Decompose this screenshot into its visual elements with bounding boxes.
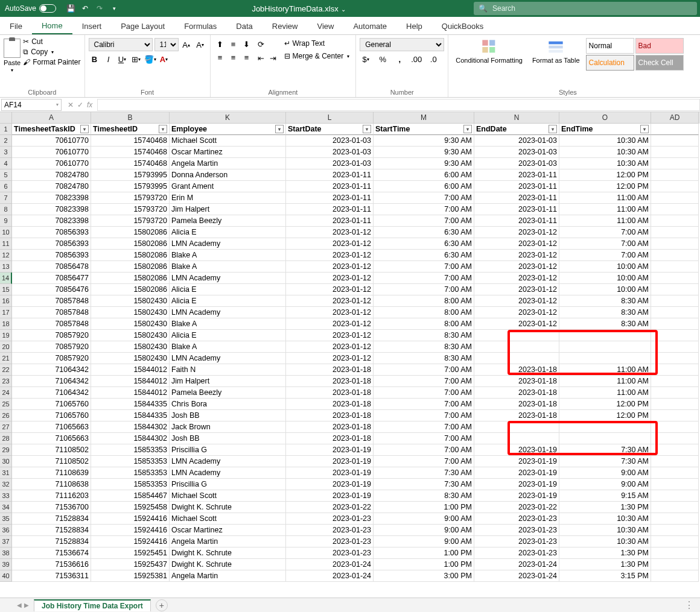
cell[interactable] bbox=[651, 227, 699, 238]
cell[interactable]: 2023-01-24 bbox=[474, 570, 559, 582]
cell[interactable]: 2023-01-24 bbox=[286, 559, 374, 570]
cell[interactable]: Erin M bbox=[170, 192, 286, 204]
cell[interactable]: 71536311 bbox=[12, 570, 91, 582]
tab-automate[interactable]: Automate bbox=[343, 17, 396, 34]
cell[interactable]: Blake A bbox=[170, 261, 286, 273]
cell[interactable]: 11:00 AM bbox=[559, 215, 651, 227]
cell[interactable] bbox=[474, 330, 559, 341]
align-top-icon[interactable]: ⬆ bbox=[214, 38, 226, 50]
cell[interactable]: LMN Academy bbox=[170, 353, 286, 364]
font-name-select[interactable]: Calibri bbox=[89, 38, 153, 51]
row-header[interactable]: 11 bbox=[0, 238, 12, 250]
cell[interactable] bbox=[651, 525, 699, 536]
cell[interactable]: 2023-01-19 bbox=[286, 444, 374, 456]
cell[interactable]: Oscar Martinez bbox=[170, 147, 286, 158]
cell[interactable]: 7:00 AM bbox=[374, 273, 474, 284]
cell[interactable]: 2023-01-12 bbox=[474, 295, 559, 307]
cell[interactable]: 2023-01-23 bbox=[286, 513, 374, 525]
cell[interactable]: 15844335 bbox=[91, 410, 170, 421]
cell[interactable]: 2023-01-24 bbox=[286, 570, 374, 582]
cell[interactable] bbox=[474, 421, 559, 433]
row-header[interactable]: 36 bbox=[0, 525, 12, 536]
row-header[interactable]: 16 bbox=[0, 295, 12, 307]
row-header[interactable]: 28 bbox=[0, 433, 12, 444]
cell[interactable]: 2023-01-23 bbox=[286, 547, 374, 559]
tab-page-layout[interactable]: Page Layout bbox=[111, 17, 174, 34]
decrease-decimal-icon[interactable]: .0 bbox=[427, 53, 439, 65]
cell[interactable]: Blake A bbox=[170, 341, 286, 353]
cell[interactable]: 9:00 AM bbox=[559, 467, 651, 479]
wrap-text-button[interactable]: ↵Wrap Text bbox=[282, 38, 352, 49]
cell[interactable]: 2023-01-03 bbox=[286, 158, 374, 169]
cell[interactable]: 71108638 bbox=[12, 479, 91, 490]
cell[interactable] bbox=[651, 456, 699, 467]
cell[interactable]: 15740468 bbox=[91, 147, 170, 158]
font-size-select[interactable]: 11 bbox=[154, 38, 179, 51]
col-header[interactable]: N bbox=[474, 112, 559, 124]
cell[interactable]: 10:00 AM bbox=[559, 273, 651, 284]
col-header[interactable]: AD bbox=[651, 112, 699, 124]
cell[interactable]: 15924416 bbox=[91, 513, 170, 525]
col-header[interactable]: K bbox=[170, 112, 286, 124]
cell[interactable]: Blake A bbox=[170, 318, 286, 330]
format-painter-button[interactable]: 🖌Format Painter bbox=[23, 58, 80, 66]
cell[interactable]: 2023-01-12 bbox=[286, 353, 374, 364]
borders-button[interactable]: ⊞▾ bbox=[130, 53, 142, 65]
cell[interactable]: Alicia E bbox=[170, 330, 286, 341]
cell[interactable]: 10:00 AM bbox=[559, 284, 651, 295]
cell[interactable] bbox=[651, 124, 699, 135]
col-header[interactable]: L bbox=[286, 112, 374, 124]
cell[interactable] bbox=[651, 376, 699, 387]
style-normal[interactable]: Normal bbox=[586, 38, 634, 54]
cell[interactable]: 70856393 bbox=[12, 238, 91, 250]
tab-view[interactable]: View bbox=[307, 17, 343, 34]
cell[interactable]: Oscar Martinez bbox=[170, 525, 286, 536]
cell[interactable]: 7:00 AM bbox=[374, 215, 474, 227]
row-header[interactable]: 23 bbox=[0, 376, 12, 387]
cell[interactable]: 12:00 PM bbox=[559, 399, 651, 410]
cell[interactable] bbox=[559, 353, 651, 364]
cell[interactable]: 2023-01-11 bbox=[286, 192, 374, 204]
font-color-button[interactable]: A▾ bbox=[158, 53, 170, 65]
col-header[interactable]: B bbox=[91, 112, 170, 124]
header-cell[interactable]: TimesheetID▾ bbox=[91, 124, 170, 135]
cell[interactable]: 2023-01-12 bbox=[474, 318, 559, 330]
cell[interactable]: 70823398 bbox=[12, 204, 91, 215]
row-header[interactable]: 1 bbox=[0, 124, 12, 135]
cell[interactable]: 15802430 bbox=[91, 330, 170, 341]
cell[interactable] bbox=[651, 410, 699, 421]
cell[interactable] bbox=[651, 479, 699, 490]
cell[interactable] bbox=[651, 330, 699, 341]
cell[interactable]: LMN Academy bbox=[170, 273, 286, 284]
cell[interactable]: 2023-01-23 bbox=[474, 547, 559, 559]
cell[interactable] bbox=[474, 341, 559, 353]
cell[interactable]: 15793720 bbox=[91, 215, 170, 227]
next-sheet-icon[interactable]: ▶ bbox=[24, 602, 29, 608]
copy-button[interactable]: ⧉Copy▾ bbox=[23, 48, 80, 56]
row-header[interactable]: 21 bbox=[0, 353, 12, 364]
cell[interactable]: 2023-01-19 bbox=[474, 490, 559, 502]
cell[interactable]: 2023-01-11 bbox=[474, 181, 559, 192]
cell[interactable]: 2023-01-11 bbox=[474, 204, 559, 215]
cell[interactable] bbox=[651, 181, 699, 192]
cell[interactable]: 15844302 bbox=[91, 433, 170, 444]
row-header[interactable]: 17 bbox=[0, 307, 12, 318]
search-input[interactable] bbox=[492, 4, 692, 13]
cell[interactable] bbox=[651, 513, 699, 525]
cell[interactable]: 15802086 bbox=[91, 261, 170, 273]
prev-sheet-icon[interactable]: ◀ bbox=[17, 602, 22, 608]
cell[interactable]: 2023-01-24 bbox=[474, 559, 559, 570]
cell[interactable]: 15854467 bbox=[91, 490, 170, 502]
cell[interactable]: Grant Ament bbox=[170, 181, 286, 192]
filename-display[interactable]: JobHistoryTimeData.xlsx⌄ bbox=[124, 4, 474, 13]
row-header[interactable]: 20 bbox=[0, 341, 12, 353]
cell[interactable]: 10:30 AM bbox=[559, 536, 651, 547]
increase-font-icon[interactable]: A▴ bbox=[180, 39, 192, 51]
row-header[interactable]: 24 bbox=[0, 387, 12, 399]
col-header[interactable]: M bbox=[374, 112, 474, 124]
row-header[interactable]: 2 bbox=[0, 135, 12, 147]
cell[interactable]: 7:00 AM bbox=[374, 261, 474, 273]
cell[interactable]: 1:30 PM bbox=[559, 559, 651, 570]
cell[interactable] bbox=[559, 341, 651, 353]
col-header[interactable]: O bbox=[559, 112, 651, 124]
